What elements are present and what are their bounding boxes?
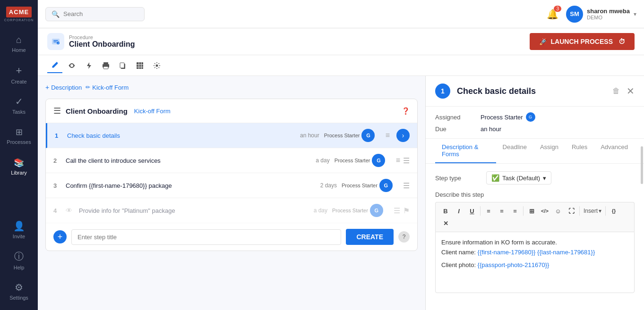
step-list-icon[interactable]: ☰ <box>403 181 410 190</box>
align-left-button[interactable]: ≡ <box>482 205 495 217</box>
toolbar-lightning-btn[interactable] <box>81 58 96 73</box>
editor-var-3: {{passport-photo-211670}} <box>478 261 550 268</box>
scrollbar-thumb[interactable] <box>641 146 643 184</box>
sub-nav-kickoff[interactable]: ✏ Kick-off Form <box>86 84 129 91</box>
list-ordered-button[interactable]: ≡ <box>509 205 521 217</box>
step-assignee: Process Starter G <box>324 129 381 142</box>
toolbar-view-btn[interactable] <box>64 58 79 73</box>
step-arrow-button[interactable]: › <box>396 129 410 142</box>
step-name: Confirm {{first-name-179680}} package <box>66 182 304 189</box>
due-value: an hour <box>481 126 501 133</box>
procedure-info: Procedure Client Onboarding <box>47 33 135 50</box>
bold-button[interactable]: B <box>439 205 452 217</box>
step-row[interactable]: 2 Call the client to introduce services … <box>46 148 417 173</box>
step-menu-icon[interactable]: ≡ <box>396 156 400 165</box>
step-duration: a day <box>299 207 327 214</box>
search-icon: 🔍 <box>52 10 60 18</box>
editor-area[interactable]: Ensure information in KO form is accurat… <box>435 232 635 293</box>
main-content: 🔍 🔔 3 SM sharon mweba DEMO ▾ <box>38 0 644 310</box>
emoji-button[interactable]: ☺ <box>552 205 564 217</box>
sidebar: ACME CORPORATION ⌂ Home + Create ✓ Tasks… <box>0 0 38 310</box>
toolbar-print-btn[interactable] <box>98 58 113 73</box>
underline-button[interactable]: U <box>466 205 478 217</box>
sidebar-item-settings[interactable]: ⚙ Settings <box>0 276 38 306</box>
fullscreen-button[interactable]: ⛶ <box>565 205 577 217</box>
toolbar-copy-btn[interactable] <box>115 58 130 73</box>
panel-title: Check basic details <box>457 86 606 96</box>
help-icon: ⓘ <box>14 250 24 263</box>
step-type-select[interactable]: ✅ Task (Default) ▾ <box>486 171 551 184</box>
tab-deadline[interactable]: Deadline <box>496 139 533 163</box>
align-center-button[interactable]: ≡ <box>496 205 508 217</box>
variable-button[interactable]: {} <box>608 205 620 217</box>
editor-line-2: Client name: {{first-name-179680}} {{las… <box>441 248 628 258</box>
italic-button[interactable]: I <box>453 205 465 217</box>
step-list-icon[interactable]: ☰ <box>394 206 400 215</box>
svg-rect-1 <box>53 40 58 41</box>
tab-advanced[interactable]: Advanced <box>594 139 635 163</box>
help-circle-icon[interactable]: ❓ <box>402 107 410 115</box>
step-assignee: Process Starter G <box>332 204 389 217</box>
sub-nav: + Description ✏ Kick-off Form <box>45 84 418 91</box>
chevron-down-icon: ▾ <box>543 175 546 182</box>
sidebar-item-library[interactable]: 📚 Library <box>0 151 38 182</box>
step-flag-icon[interactable]: ⚑ <box>403 206 410 215</box>
code-button[interactable]: </> <box>539 205 551 217</box>
notifications-button[interactable]: 🔔 3 <box>547 8 558 20</box>
image-button[interactable]: ⊞ <box>525 205 538 217</box>
clock-icon: ⏱ <box>618 38 625 45</box>
step-row[interactable]: 1 Check basic details an hour Process St… <box>46 123 417 148</box>
step-menu-icon[interactable]: ≡ <box>386 131 390 140</box>
insert-dropdown[interactable]: Insert ▾ <box>582 208 603 214</box>
panel-meta: Assigned Process Starter G Due an hour <box>426 107 644 139</box>
user-menu[interactable]: SM sharon mweba DEMO ▾ <box>566 6 636 23</box>
clear-button[interactable]: ✕ <box>439 218 452 229</box>
close-button[interactable]: ✕ <box>627 85 635 97</box>
sidebar-item-home[interactable]: ⌂ Home <box>0 28 38 59</box>
assignee-name: Process Starter <box>335 158 370 163</box>
assigned-value: Process Starter G <box>481 112 535 122</box>
logo-text: ACME <box>9 8 29 16</box>
tab-description-forms[interactable]: Description & Forms <box>435 139 496 163</box>
panel-content: Step type ✅ Task (Default) ▾ Describe th… <box>426 164 644 310</box>
tasks-icon: ✓ <box>15 96 23 107</box>
svg-point-15 <box>156 64 158 67</box>
right-panel: 1 Check basic details 🗑 ✕ Assigned Proce… <box>425 76 644 310</box>
add-step-button[interactable]: + <box>53 230 67 243</box>
add-step-input[interactable] <box>71 229 341 245</box>
tab-assign[interactable]: Assign <box>533 139 565 163</box>
toolbar-settings-btn[interactable] <box>149 58 164 73</box>
pencil-icon: ✏ <box>86 84 90 91</box>
step-row[interactable]: 3 Confirm {{first-name-179680}} package … <box>46 173 417 198</box>
editor-line-1: Ensure information in KO form is accurat… <box>441 238 628 248</box>
guest-avatar: G <box>361 129 375 142</box>
sidebar-item-help[interactable]: ⓘ Help <box>0 245 38 276</box>
toolbar-edit-btn[interactable] <box>47 58 62 73</box>
avatar: SM <box>566 6 583 23</box>
sub-nav-description[interactable]: + Description <box>45 84 82 91</box>
step-row[interactable]: 4 👁 Provide info for "Platinum" package … <box>46 198 417 223</box>
sidebar-item-invite[interactable]: 👤 Invite <box>0 214 38 245</box>
home-icon: ⌂ <box>16 34 22 45</box>
editor-line-3: Client photo: {{passport-photo-211670}} <box>441 260 628 270</box>
sidebar-item-processes[interactable]: ⊞ Processes <box>0 120 38 151</box>
search-box[interactable]: 🔍 <box>45 7 145 21</box>
guest-avatar: G <box>379 179 393 192</box>
create-step-button[interactable]: CREATE <box>346 229 394 245</box>
notification-badge: 3 <box>554 6 561 12</box>
help-button[interactable]: ? <box>398 231 410 243</box>
delete-icon[interactable]: 🗑 <box>612 87 620 95</box>
toolbar-table-btn[interactable] <box>132 58 147 73</box>
search-input[interactable] <box>63 10 129 17</box>
sidebar-item-tasks[interactable]: ✓ Tasks <box>0 90 38 120</box>
step-list-icon[interactable]: ☰ <box>403 156 410 165</box>
chevron-down-icon: ▾ <box>634 11 636 17</box>
sidebar-item-create[interactable]: + Create <box>0 59 38 90</box>
launch-process-button[interactable]: 🚀 LAUNCH PROCESS ⏱ <box>530 33 635 50</box>
processes-icon: ⊞ <box>16 127 23 137</box>
separator <box>523 206 524 216</box>
tab-rules[interactable]: Rules <box>565 139 594 163</box>
library-icon: 📚 <box>14 158 24 168</box>
editor-line-2-label: Client name: <box>441 249 478 256</box>
separator <box>480 206 481 216</box>
